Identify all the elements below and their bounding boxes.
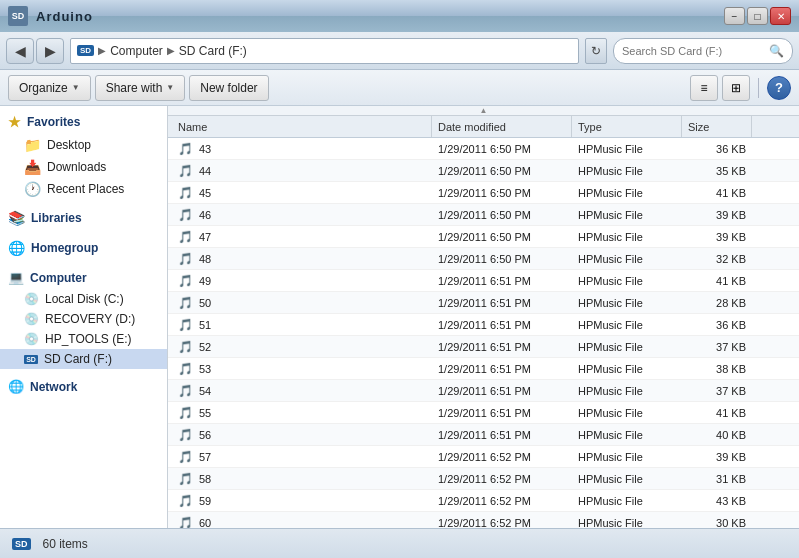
search-box[interactable]: 🔍 — [613, 38, 793, 64]
sidebar-network-header[interactable]: 🌐 Network — [0, 375, 167, 398]
file-size-cell: 41 KB — [682, 407, 752, 419]
table-row[interactable]: 🎵 55 1/29/2011 6:51 PM HPMusic File 41 K… — [168, 402, 799, 424]
table-row[interactable]: 🎵 54 1/29/2011 6:51 PM HPMusic File 37 K… — [168, 380, 799, 402]
table-row[interactable]: 🎵 60 1/29/2011 6:52 PM HPMusic File 30 K… — [168, 512, 799, 528]
file-name-cell: 🎵 50 — [172, 296, 432, 310]
file-name-cell: 🎵 52 — [172, 340, 432, 354]
file-type-cell: HPMusic File — [572, 451, 682, 463]
table-row[interactable]: 🎵 51 1/29/2011 6:51 PM HPMusic File 36 K… — [168, 314, 799, 336]
status-sd-label: SD — [12, 538, 31, 550]
close-button[interactable]: ✕ — [770, 7, 791, 25]
sidebar-homegroup-header[interactable]: 🌐 Homegroup — [0, 236, 167, 260]
share-with-button[interactable]: Share with ▼ — [95, 75, 186, 101]
sidebar-network-label: Network — [30, 380, 77, 394]
sidebar-item-recovery[interactable]: 💿 RECOVERY (D:) — [0, 309, 167, 329]
file-name: 59 — [199, 495, 211, 507]
sidebar-item-sd-card[interactable]: SD SD Card (F:) — [0, 349, 167, 369]
organize-button[interactable]: Organize ▼ — [8, 75, 91, 101]
file-name-cell: 🎵 58 — [172, 472, 432, 486]
file-name: 60 — [199, 517, 211, 529]
music-file-icon: 🎵 — [178, 406, 193, 420]
file-date-cell: 1/29/2011 6:50 PM — [432, 253, 572, 265]
sidebar-item-recent-places[interactable]: 🕐 Recent Places — [0, 178, 167, 200]
table-row[interactable]: 🎵 47 1/29/2011 6:50 PM HPMusic File 39 K… — [168, 226, 799, 248]
sidebar-libraries-header[interactable]: 📚 Libraries — [0, 206, 167, 230]
table-row[interactable]: 🎵 44 1/29/2011 6:50 PM HPMusic File 35 K… — [168, 160, 799, 182]
file-date-cell: 1/29/2011 6:52 PM — [432, 495, 572, 507]
file-size-cell: 38 KB — [682, 363, 752, 375]
file-name: 49 — [199, 275, 211, 287]
col-header-type[interactable]: Type — [572, 116, 682, 137]
file-size-cell: 36 KB — [682, 143, 752, 155]
file-date-cell: 1/29/2011 6:51 PM — [432, 297, 572, 309]
sd-badge: SD — [77, 45, 94, 56]
file-name: 58 — [199, 473, 211, 485]
table-row[interactable]: 🎵 58 1/29/2011 6:52 PM HPMusic File 31 K… — [168, 468, 799, 490]
file-size-cell: 30 KB — [682, 517, 752, 529]
file-name: 44 — [199, 165, 211, 177]
file-size-cell: 37 KB — [682, 385, 752, 397]
disk-c-icon: 💿 — [24, 292, 39, 306]
table-row[interactable]: 🎵 43 1/29/2011 6:50 PM HPMusic File 36 K… — [168, 138, 799, 160]
sidebar-item-local-disk[interactable]: 💿 Local Disk (C:) — [0, 289, 167, 309]
search-input[interactable] — [622, 45, 765, 57]
table-row[interactable]: 🎵 59 1/29/2011 6:52 PM HPMusic File 43 K… — [168, 490, 799, 512]
file-type-cell: HPMusic File — [572, 407, 682, 419]
sidebar-favorites-header[interactable]: ★ Favorites — [0, 110, 167, 134]
col-header-size[interactable]: Size — [682, 116, 752, 137]
file-date-cell: 1/29/2011 6:51 PM — [432, 429, 572, 441]
table-row[interactable]: 🎵 53 1/29/2011 6:51 PM HPMusic File 38 K… — [168, 358, 799, 380]
file-type-cell: HPMusic File — [572, 253, 682, 265]
file-type-cell: HPMusic File — [572, 165, 682, 177]
col-header-date[interactable]: Date modified — [432, 116, 572, 137]
file-size-cell: 31 KB — [682, 473, 752, 485]
music-file-icon: 🎵 — [178, 318, 193, 332]
file-name: 46 — [199, 209, 211, 221]
refresh-button[interactable]: ↻ — [585, 38, 607, 64]
star-icon: ★ — [8, 114, 21, 130]
view-toggle-button[interactable]: ⊞ — [722, 75, 750, 101]
table-row[interactable]: 🎵 52 1/29/2011 6:51 PM HPMusic File 37 K… — [168, 336, 799, 358]
sidebar-computer-header[interactable]: 💻 Computer — [0, 266, 167, 289]
col-header-name[interactable]: Name — [172, 116, 432, 137]
forward-button[interactable]: ▶ — [36, 38, 64, 64]
title-bar: SD Arduino − □ ✕ — [0, 0, 799, 32]
top-scroll-indicator[interactable]: ▲ — [168, 106, 799, 116]
file-type-cell: HPMusic File — [572, 473, 682, 485]
file-name-cell: 🎵 44 — [172, 164, 432, 178]
help-button[interactable]: ? — [767, 76, 791, 100]
table-row[interactable]: 🎵 46 1/29/2011 6:50 PM HPMusic File 39 K… — [168, 204, 799, 226]
minimize-button[interactable]: − — [724, 7, 745, 25]
file-name: 51 — [199, 319, 211, 331]
file-size-cell: 39 KB — [682, 231, 752, 243]
table-row[interactable]: 🎵 45 1/29/2011 6:50 PM HPMusic File 41 K… — [168, 182, 799, 204]
sidebar-item-desktop[interactable]: 📁 Desktop — [0, 134, 167, 156]
file-area: ▲ Name Date modified Type Size 🎵 43 1/ — [168, 106, 799, 528]
file-type-cell: HPMusic File — [572, 517, 682, 529]
sidebar-item-hp-tools[interactable]: 💿 HP_TOOLS (E:) — [0, 329, 167, 349]
table-row[interactable]: 🎵 56 1/29/2011 6:51 PM HPMusic File 40 K… — [168, 424, 799, 446]
library-icon: 📚 — [8, 210, 25, 226]
maximize-button[interactable]: □ — [747, 7, 768, 25]
file-list[interactable]: 🎵 43 1/29/2011 6:50 PM HPMusic File 36 K… — [168, 138, 799, 528]
recent-folder-icon: 🕐 — [24, 181, 41, 197]
status-bar: SD 60 items — [0, 528, 799, 558]
app-icon: SD — [8, 6, 28, 26]
new-folder-button[interactable]: New folder — [189, 75, 268, 101]
sidebar-item-recent-label: Recent Places — [47, 182, 124, 196]
address-path[interactable]: SD ▶ Computer ▶ SD Card (F:) — [70, 38, 579, 64]
file-type-cell: HPMusic File — [572, 231, 682, 243]
table-row[interactable]: 🎵 57 1/29/2011 6:52 PM HPMusic File 39 K… — [168, 446, 799, 468]
file-name: 55 — [199, 407, 211, 419]
table-row[interactable]: 🎵 50 1/29/2011 6:51 PM HPMusic File 28 K… — [168, 292, 799, 314]
back-button[interactable]: ◀ — [6, 38, 34, 64]
file-name-cell: 🎵 51 — [172, 318, 432, 332]
view-button[interactable]: ≡ — [690, 75, 718, 101]
folder-icon: 📁 — [24, 137, 41, 153]
table-row[interactable]: 🎵 49 1/29/2011 6:51 PM HPMusic File 41 K… — [168, 270, 799, 292]
music-file-icon: 🎵 — [178, 142, 193, 156]
table-row[interactable]: 🎵 48 1/29/2011 6:50 PM HPMusic File 32 K… — [168, 248, 799, 270]
sidebar-item-downloads[interactable]: 📥 Downloads — [0, 156, 167, 178]
file-size-cell: 36 KB — [682, 319, 752, 331]
disk-e-icon: 💿 — [24, 332, 39, 346]
